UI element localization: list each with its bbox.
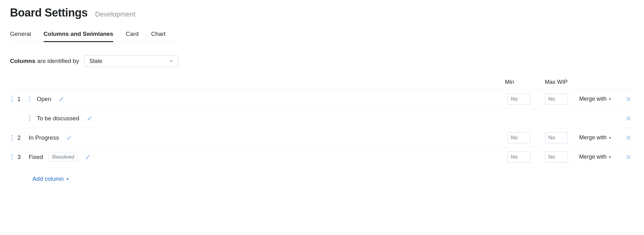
max-input[interactable] bbox=[545, 151, 568, 163]
chevron-down-icon bbox=[170, 58, 173, 65]
column-name: Fixed bbox=[27, 154, 43, 161]
identify-select[interactable]: State bbox=[84, 55, 178, 67]
page-title: Board Settings bbox=[10, 6, 88, 19]
caret-down-icon: ▾ bbox=[67, 177, 69, 181]
column-row: 2 In Progress Merge with▾ bbox=[10, 128, 634, 147]
column-row: 1 Open Merge with▾ bbox=[10, 89, 634, 108]
tab-columns-swimlanes[interactable]: Columns and Swimlanes bbox=[44, 27, 113, 42]
tab-card[interactable]: Card bbox=[126, 27, 138, 42]
identify-label: Columns are identified by bbox=[10, 58, 79, 65]
tabs: General Columns and Swimlanes Card Chart bbox=[10, 27, 175, 42]
column-row: 3 Fixed Resolved Merge with▾ bbox=[10, 147, 634, 166]
max-input[interactable] bbox=[545, 132, 568, 143]
column-index: 1 bbox=[14, 96, 24, 103]
caret-down-icon: ▾ bbox=[609, 97, 611, 101]
add-column-button[interactable]: Add column ▾ bbox=[32, 175, 69, 182]
pencil-icon[interactable] bbox=[66, 135, 72, 141]
pencil-icon[interactable] bbox=[59, 96, 64, 102]
remove-column-button[interactable] bbox=[623, 135, 634, 141]
subcolumn-name: To be discussed bbox=[36, 115, 79, 122]
drag-handle-icon[interactable] bbox=[27, 95, 32, 103]
drag-handle-icon[interactable] bbox=[10, 134, 14, 142]
merge-with-dropdown[interactable]: Merge with▾ bbox=[579, 154, 623, 160]
drag-handle-icon[interactable] bbox=[10, 95, 14, 103]
drag-handle-icon[interactable] bbox=[10, 153, 14, 161]
merge-with-dropdown[interactable]: Merge with▾ bbox=[579, 96, 623, 102]
resolved-badge: Resolved bbox=[49, 153, 78, 161]
min-input[interactable] bbox=[507, 94, 531, 105]
column-index: 3 bbox=[14, 154, 24, 161]
merge-with-dropdown[interactable]: Merge with▾ bbox=[579, 134, 623, 141]
remove-column-button[interactable] bbox=[623, 154, 634, 160]
min-input[interactable] bbox=[507, 151, 531, 163]
header-max: Max WIP bbox=[545, 79, 579, 85]
column-index: 2 bbox=[14, 134, 24, 141]
caret-down-icon: ▾ bbox=[609, 136, 611, 140]
remove-column-button[interactable] bbox=[623, 116, 634, 121]
identify-select-value: State bbox=[89, 58, 102, 65]
header-min: Min bbox=[505, 79, 542, 85]
drag-handle-icon[interactable] bbox=[27, 114, 32, 122]
pencil-icon[interactable] bbox=[85, 154, 91, 160]
columns-table: Min Max WIP 1 Open Merge with▾ To be dis… bbox=[10, 79, 634, 182]
tab-general[interactable]: General bbox=[10, 27, 31, 42]
caret-down-icon: ▾ bbox=[609, 155, 611, 159]
column-name: In Progress bbox=[27, 134, 59, 141]
min-input[interactable] bbox=[507, 132, 531, 143]
column-subrow: To be discussed bbox=[10, 108, 634, 128]
tab-chart[interactable]: Chart bbox=[151, 27, 166, 42]
column-name: Open bbox=[36, 96, 51, 103]
max-input[interactable] bbox=[545, 94, 568, 105]
pencil-icon[interactable] bbox=[87, 116, 92, 121]
remove-column-button[interactable] bbox=[623, 96, 634, 102]
page-subtitle: Development bbox=[95, 10, 136, 18]
